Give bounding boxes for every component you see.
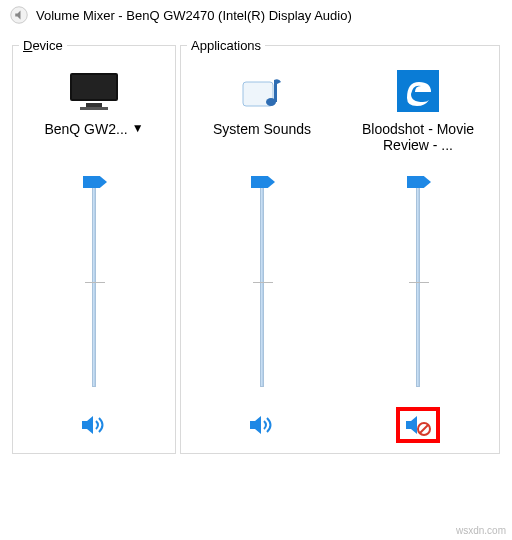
slider-thumb[interactable] (251, 176, 275, 188)
slider-thumb[interactable] (407, 176, 431, 188)
chevron-down-icon: ▼ (132, 121, 144, 135)
svg-rect-4 (80, 107, 108, 110)
speaker-muted-icon (404, 413, 432, 437)
app-channel-edge: Bloodshot - Movie Review - ... (343, 61, 493, 443)
device-mute-button[interactable] (72, 407, 116, 443)
speaker-icon (80, 413, 108, 437)
device-group: Device BenQ GW2... ▼ (12, 38, 176, 454)
watermark: wsxdn.com (456, 525, 506, 536)
titlebar: Volume Mixer - BenQ GW2470 (Intel(R) Dis… (0, 0, 512, 30)
device-icon[interactable] (66, 61, 122, 121)
app-volume-slider[interactable] (242, 167, 282, 397)
svg-rect-3 (86, 103, 102, 107)
svg-line-10 (420, 425, 428, 433)
applications-group-label: Applications (187, 38, 265, 53)
app-mute-button[interactable] (240, 407, 284, 443)
system-sounds-icon (239, 68, 285, 114)
speaker-icon (248, 413, 276, 437)
device-channel: BenQ GW2... ▼ (19, 61, 169, 443)
app-mute-button[interactable] (396, 407, 440, 443)
edge-icon (395, 68, 441, 114)
app-name[interactable]: Bloodshot - Movie Review - ... (348, 121, 488, 161)
device-name: BenQ GW2... (44, 121, 127, 137)
app-name[interactable]: System Sounds (192, 121, 332, 161)
device-selector[interactable]: BenQ GW2... ▼ (24, 121, 164, 161)
device-group-label: Device (19, 38, 67, 53)
svg-rect-2 (72, 75, 116, 99)
volume-mixer-icon (10, 6, 28, 24)
applications-group: Applications System Sounds (180, 38, 500, 454)
app-volume-slider[interactable] (398, 167, 438, 397)
device-volume-slider[interactable] (74, 167, 114, 397)
mixer-content: Device BenQ GW2... ▼ (0, 30, 512, 466)
app-icon[interactable] (395, 61, 441, 121)
app-icon[interactable] (239, 61, 285, 121)
monitor-icon (66, 69, 122, 113)
window-title: Volume Mixer - BenQ GW2470 (Intel(R) Dis… (36, 8, 352, 23)
app-channel-system-sounds: System Sounds (187, 61, 337, 443)
slider-thumb[interactable] (83, 176, 107, 188)
